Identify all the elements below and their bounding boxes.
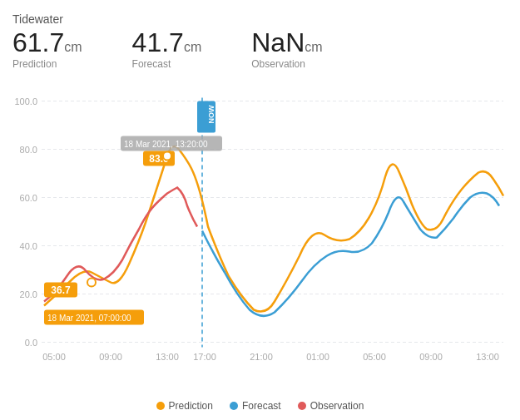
y-label-40: 40.0: [20, 241, 37, 251]
y-label-20: 20.0: [20, 289, 37, 299]
forecast-dot: [230, 402, 238, 410]
y-label-100: 100.0: [14, 96, 37, 106]
prediction-value: 61.7cm: [12, 27, 82, 58]
forecast-value: 41.7cm: [132, 27, 202, 58]
x-label-05: 05:00: [42, 352, 66, 362]
observation-value: NaNcm: [251, 27, 322, 58]
legend-prediction: Prediction: [156, 400, 213, 412]
tooltip2-point: [163, 152, 171, 161]
y-label-0: 0.0: [25, 338, 37, 348]
x-label-09b: 09:00: [419, 352, 443, 362]
x-label-21: 21:00: [250, 352, 273, 362]
x-label-05b: 05:00: [363, 352, 386, 362]
observation-metric: NaNcm Observation: [251, 27, 322, 70]
x-label-01: 01:00: [306, 352, 329, 362]
chart-area: 100.0 80.0 60.0 40.0 20.0 0.0 05:00 09:0…: [12, 82, 508, 396]
prediction-metric: 61.7cm Prediction: [12, 27, 82, 70]
chart-svg: 100.0 80.0 60.0 40.0 20.0 0.0 05:00 09:0…: [12, 82, 508, 396]
now-label: NOW: [207, 105, 215, 124]
x-label-13: 13:00: [156, 352, 179, 362]
observation-label: Observation: [251, 58, 322, 70]
header: Tidewater 61.7cm Prediction 41.7cm Forec…: [12, 12, 508, 70]
forecast-label: Forecast: [132, 58, 202, 70]
tooltip2-date: 18 Mar 2021, 13:20:00: [124, 140, 208, 149]
x-label-09: 09:00: [99, 352, 122, 362]
observation-dot: [298, 402, 306, 410]
legend: Prediction Forecast Observation: [12, 400, 508, 412]
observation-legend-label: Observation: [310, 400, 364, 412]
legend-forecast: Forecast: [230, 400, 281, 412]
prediction-legend-label: Prediction: [169, 400, 213, 412]
prediction-dot: [156, 402, 165, 410]
main-container: Tidewater 61.7cm Prediction 41.7cm Forec…: [0, 0, 520, 420]
tooltip1-value: 36.7: [51, 284, 71, 296]
y-label-60: 60.0: [20, 193, 37, 203]
forecast-metric: 41.7cm Forecast: [132, 27, 202, 70]
prediction-label: Prediction: [12, 58, 82, 70]
forecast-line: [202, 193, 499, 316]
legend-observation: Observation: [298, 400, 364, 412]
x-label-17: 17:00: [193, 352, 216, 362]
x-label-13b: 13:00: [476, 352, 499, 362]
forecast-legend-label: Forecast: [242, 400, 281, 412]
tooltip1-date: 18 Mar 2021, 07:00:00: [47, 314, 131, 323]
tooltip1-point: [87, 279, 96, 287]
title-section: Tidewater 61.7cm Prediction 41.7cm Forec…: [12, 12, 323, 70]
prediction-line: [44, 146, 503, 312]
y-label-80: 80.0: [20, 145, 37, 155]
page-title: Tidewater: [12, 12, 323, 26]
